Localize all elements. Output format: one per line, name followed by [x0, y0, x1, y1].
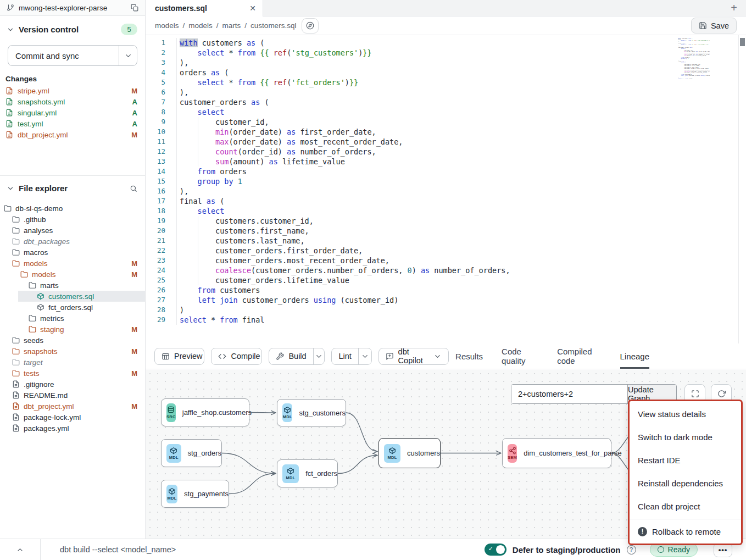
lint-split-button[interactable]: Lint — [331, 348, 371, 365]
code-line[interactable]: 10 min(order_date) as first_order_date, — [146, 127, 746, 137]
tree-item--gitignore[interactable]: .gitignore — [0, 379, 145, 390]
code-line[interactable]: 17final as ( — [146, 196, 746, 206]
menu-item-switch-to-dark-mode[interactable]: Switch to dark mode — [630, 425, 741, 448]
breadcrumb-segment[interactable]: models — [155, 21, 179, 30]
code-line[interactable]: 7customer_orders as ( — [146, 97, 746, 107]
tab-code-quality[interactable]: Code quality — [502, 343, 538, 369]
lineage-node-stg_payments[interactable]: MDLstg_payments — [161, 480, 229, 508]
lineage-node-stg_customers[interactable]: MDLstg_customers — [277, 399, 346, 426]
scrollbar-thumb[interactable] — [740, 38, 745, 46]
code-line[interactable]: 25 customer_orders.lifetime_value — [146, 275, 746, 285]
code-line[interactable]: 16), — [146, 186, 746, 196]
code-line[interactable]: 5 select * from {{ ref('fct_orders')}} — [146, 77, 746, 87]
lineage-node-jaffle_shop.customers[interactable]: SRCjaffle_shop.customers — [161, 398, 249, 426]
breadcrumb-segment[interactable]: customers.sql — [250, 21, 296, 30]
code-line[interactable]: 11 max(order_date) as most_recent_order_… — [146, 137, 746, 147]
save-button[interactable]: Save — [691, 18, 737, 34]
menu-item-rollback-to-remote[interactable]: !Rollback to remote — [630, 520, 741, 542]
tab-compiled-code[interactable]: Compiled code — [557, 343, 601, 369]
tree-item-package-lock-yml[interactable]: package-lock.yml — [0, 412, 145, 423]
code-line[interactable]: 19 customers.customer_id, — [146, 216, 746, 226]
menu-item-view-status-details[interactable]: View status details — [630, 402, 741, 425]
command-input[interactable]: dbt build --select <model_name> — [41, 545, 485, 554]
build-split-button[interactable]: Build — [269, 348, 325, 365]
tree-item-macros[interactable]: macros — [0, 247, 145, 258]
lineage-node-stg_orders[interactable]: MDLstg_orders — [161, 439, 222, 467]
code-line[interactable]: 20 customers.first_name, — [146, 226, 746, 236]
tree-item-seeds[interactable]: seeds — [0, 335, 145, 346]
tab-results[interactable]: Results — [455, 343, 483, 369]
commit-options-chevron[interactable] — [119, 46, 137, 65]
defer-toggle[interactable]: ✓ — [485, 544, 506, 556]
copy-icon[interactable] — [131, 4, 138, 12]
lineage-node-customers[interactable]: MDLcustomers — [378, 438, 441, 468]
code-line[interactable]: 12 count(order_id) as number_of_orders, — [146, 147, 746, 157]
tree-item-target[interactable]: target — [0, 357, 145, 368]
tab-customers-sql[interactable]: customers.sql ✕ — [146, 0, 263, 16]
code-line[interactable]: 22 customer_orders.first_order_date, — [146, 246, 746, 256]
code-line[interactable]: 27 left join customer_orders using (cust… — [146, 295, 746, 305]
code-line[interactable]: 21 customers.last_name, — [146, 236, 746, 246]
chevron-down-icon[interactable] — [7, 26, 14, 34]
explore-link-button[interactable] — [302, 18, 319, 34]
code-line[interactable]: 6), — [146, 87, 746, 97]
code-line[interactable]: 8 select — [146, 107, 746, 117]
code-line[interactable]: 9 customer_id, — [146, 117, 746, 127]
tree-item-customers-sql[interactable]: customers.sql — [18, 291, 145, 302]
tree-item-models[interactable]: modelsM — [0, 269, 145, 280]
search-icon[interactable] — [130, 185, 137, 192]
command-bar-collapse-button[interactable] — [0, 539, 41, 560]
lineage-node-fct_orders[interactable]: MDLfct_orders — [277, 459, 338, 487]
code-line[interactable]: 4orders as ( — [146, 68, 746, 77]
chevron-down-icon[interactable] — [7, 185, 14, 192]
code-line[interactable]: 24 coalesce(customer_orders.number_of_or… — [146, 265, 746, 275]
tree-item-staging[interactable]: stagingM — [0, 324, 145, 335]
tree-item-dbt-packages[interactable]: dbt_packages — [0, 236, 145, 247]
changed-file-row[interactable]: stripe.ymlM — [0, 85, 145, 96]
lineage-node-dim_customers_test_for_parse[interactable]: SEMdim_customers_test_for_parse — [502, 438, 611, 468]
close-tab-icon[interactable]: ✕ — [249, 4, 256, 13]
changed-file-row[interactable]: singular.ymlA — [0, 107, 145, 118]
editor-scrollbar[interactable] — [738, 35, 746, 343]
tree-item-marts[interactable]: marts — [0, 280, 145, 291]
code-line[interactable]: 15 group by 1 — [146, 176, 746, 186]
code-line[interactable]: 18 select — [146, 206, 746, 216]
minimap[interactable]: with customers as ( select * from {{ ref… — [678, 38, 710, 80]
menu-item-reinstall-dependencies[interactable]: Reinstall dependencies — [630, 472, 741, 495]
tree-item-fct-orders-sql[interactable]: fct_orders.sql — [0, 302, 145, 313]
code-line[interactable]: 23 customer_orders.most_recent_order_dat… — [146, 256, 746, 265]
code-line[interactable]: 2 select * from {{ ref('stg_customers')}… — [146, 48, 746, 58]
code-line[interactable]: 28) — [146, 305, 746, 315]
code-line[interactable]: 26 from customers — [146, 285, 746, 295]
code-line[interactable]: 1with customers as ( — [146, 38, 746, 48]
tree-item-tests[interactable]: testsM — [0, 368, 145, 379]
dbt-copilot-button[interactable]: dbt Copilot — [378, 348, 449, 365]
code-editor[interactable]: 1with customers as (2 select * from {{ r… — [146, 35, 746, 343]
tree-item-metrics[interactable]: metrics — [0, 313, 145, 324]
tree-item-packages-yml[interactable]: packages.yml — [0, 423, 145, 434]
code-line[interactable]: 3), — [146, 58, 746, 68]
breadcrumb-segment[interactable]: marts — [222, 21, 241, 30]
menu-item-restart-ide[interactable]: Restart IDE — [630, 448, 741, 472]
tree-item-snapshots[interactable]: snapshotsM — [0, 346, 145, 357]
changed-file-row[interactable]: dbt_project.ymlM — [0, 129, 145, 140]
menu-item-clean-dbt-project[interactable]: Clean dbt project — [630, 495, 741, 518]
help-icon[interactable]: ? — [627, 545, 636, 555]
tree-item-db-sl-qs-demo[interactable]: db-sl-qs-demo — [0, 203, 145, 214]
preview-button[interactable]: Preview — [154, 348, 204, 365]
build-options-chevron[interactable] — [313, 348, 325, 364]
tab-lineage[interactable]: Lineage — [620, 343, 649, 369]
selector-input[interactable] — [511, 385, 627, 403]
changed-file-row[interactable]: test.ymlA — [0, 118, 145, 129]
new-tab-button[interactable]: + — [722, 0, 746, 16]
changed-file-row[interactable]: snapshots.ymlA — [0, 96, 145, 107]
tree-item-dbt-project-yml[interactable]: dbt_project.ymlM — [0, 401, 145, 412]
code-line[interactable]: 29select * from final — [146, 315, 746, 325]
tree-item-analyses[interactable]: analyses — [0, 225, 145, 236]
code-line[interactable]: 13 sum(amount) as lifetime_value — [146, 157, 746, 167]
tree-item-models[interactable]: modelsM — [0, 258, 145, 269]
compile-button[interactable]: Compile — [211, 348, 262, 365]
tree-item-readme-md[interactable]: README.md — [0, 390, 145, 401]
lint-options-chevron[interactable] — [358, 348, 371, 364]
breadcrumb-segment[interactable]: models — [188, 21, 213, 30]
